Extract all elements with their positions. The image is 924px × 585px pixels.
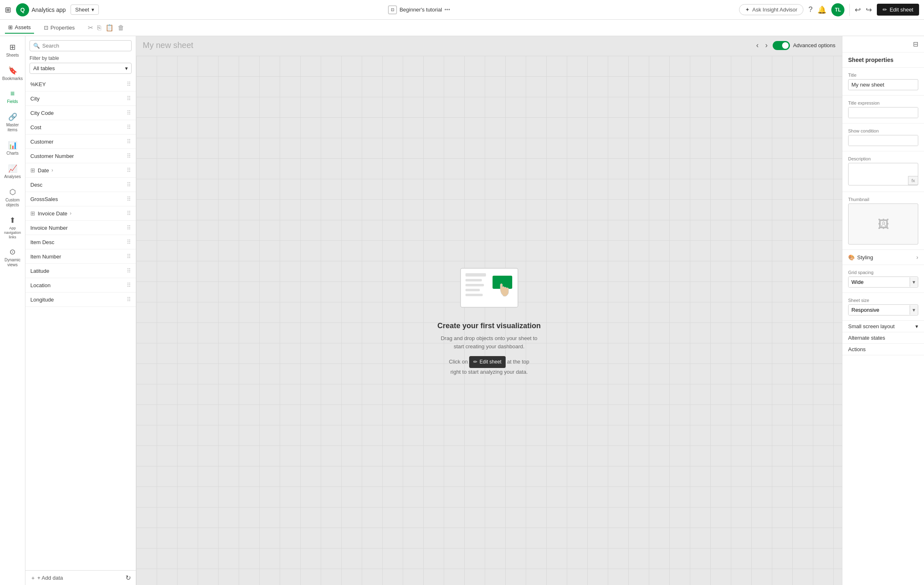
prop-show-cond-input[interactable] [849, 135, 918, 146]
prop-title-expr-input[interactable] [849, 107, 918, 118]
prop-small-screen-layout[interactable]: Small screen layout ▾ [842, 321, 924, 332]
assets-tab[interactable]: ⊞ Assets [5, 22, 34, 34]
list-item[interactable]: ⊞ Date › ⠿ [25, 163, 136, 178]
divider [849, 4, 850, 16]
filter-dropdown[interactable]: All tables ▾ [30, 63, 132, 74]
sidebar-item-app-nav[interactable]: ⬆ App navigation links [2, 213, 24, 242]
advanced-options-toggle[interactable] [773, 41, 790, 50]
drag-handle-icon[interactable]: ⠿ [127, 138, 131, 145]
list-item[interactable]: City Code ⠿ [25, 106, 136, 120]
second-toolbar: ⊞ Assets ⊡ Properties ✂ ⎘ 📋 🗑 [0, 20, 924, 36]
prop-alternate-states[interactable]: Alternate states [842, 332, 924, 344]
sidebar-item-charts[interactable]: 📊 Charts [2, 137, 24, 159]
bookmarks-icon: 🔖 [8, 66, 17, 75]
list-item[interactable]: City ⠿ [25, 91, 136, 106]
list-item[interactable]: ⊞ Invoice Date › ⠿ [25, 206, 136, 221]
sidebar-item-analyses[interactable]: 📈 Analyses [2, 161, 24, 183]
sidebar-item-custom-objects[interactable]: ⬡ Custom objects [2, 184, 24, 211]
inline-edit-icon: ✏ [473, 358, 477, 366]
prop-sheet-size-section: Sheet size Responsive Fixed ▾ [842, 293, 924, 321]
prop-title-input[interactable] [848, 79, 918, 90]
field-expand-icon[interactable]: › [51, 167, 53, 173]
cut-icon[interactable]: ✂ [88, 24, 93, 32]
delete-icon[interactable]: 🗑 [118, 24, 124, 32]
list-item[interactable]: Customer Number ⠿ [25, 149, 136, 163]
thumbnail-box[interactable]: 🖼 [848, 203, 918, 245]
drag-handle-icon[interactable]: ⠿ [127, 81, 131, 87]
sidebar-item-master-items[interactable]: 🔗 Master items [2, 109, 24, 136]
sheet-dropdown[interactable]: Sheet ▾ [71, 5, 99, 15]
prop-title-section: Title [842, 68, 924, 96]
grid-canvas[interactable]: Create your first visualization Drag and… [136, 56, 842, 585]
drag-handle-icon[interactable]: ⠿ [127, 124, 131, 130]
drag-handle-icon[interactable]: ⠿ [127, 167, 131, 174]
prop-actions[interactable]: Actions [842, 344, 924, 355]
drag-handle-icon[interactable]: ⠿ [127, 224, 131, 231]
drag-handle-icon[interactable]: ⠿ [127, 296, 131, 303]
drag-handle-icon[interactable]: ⠿ [127, 210, 131, 217]
dynamic-views-icon: ⊙ [9, 247, 16, 256]
drag-handle-icon[interactable]: ⠿ [127, 196, 131, 202]
fx-button-desc[interactable]: fx [908, 176, 918, 185]
sidebar-item-sheets[interactable]: ⊞ Sheets [2, 39, 24, 61]
search-input[interactable] [42, 43, 128, 49]
toolbar-icons: ✂ ⎘ 📋 🗑 [88, 24, 124, 32]
notifications-icon[interactable]: 🔔 [817, 5, 826, 14]
drag-handle-icon[interactable]: ⠿ [127, 95, 131, 102]
insight-advisor-btn[interactable]: ✦ Ask Insight Advisor [739, 4, 803, 15]
inline-edit-sheet-btn[interactable]: ✏ Edit sheet [469, 356, 505, 368]
search-icon: 🔍 [33, 43, 40, 49]
list-item[interactable]: Cost ⠿ [25, 120, 136, 135]
drag-handle-icon[interactable]: ⠿ [127, 253, 131, 260]
paste-icon[interactable]: 📋 [105, 24, 114, 32]
top-bar: ⊞ Q Analytics app Sheet ▾ ⊡ Beginner's t… [0, 0, 924, 20]
undo-icon[interactable]: ↩ [855, 5, 861, 14]
add-data-button[interactable]: ＋ + Add data [30, 574, 63, 582]
custom-objects-icon: ⬡ [9, 187, 16, 197]
drag-handle-icon[interactable]: ⠿ [127, 239, 131, 245]
sidebar-item-fields[interactable]: ≡ Fields [2, 86, 24, 107]
prev-arrow[interactable]: ‹ [755, 39, 760, 51]
redo-icon[interactable]: ↪ [866, 5, 872, 14]
list-item[interactable]: Location ⠿ [25, 278, 136, 292]
list-item[interactable]: %KEY ⠿ [25, 77, 136, 91]
next-arrow[interactable]: › [764, 39, 769, 51]
list-item[interactable]: GrossSales ⠿ [25, 192, 136, 206]
more-options-icon[interactable]: ••• [445, 7, 450, 13]
field-name: Invoice Number [30, 225, 68, 231]
list-item[interactable]: Desc ⠿ [25, 178, 136, 192]
drag-handle-icon[interactable]: ⠿ [127, 181, 131, 188]
grid-icon[interactable]: ⊞ [5, 5, 11, 14]
thumbnail-placeholder-icon: 🖼 [878, 217, 889, 231]
refresh-button[interactable]: ↻ [125, 574, 131, 582]
drag-handle-icon[interactable]: ⠿ [127, 282, 131, 288]
prop-styling-header[interactable]: 🎨 Styling › [842, 250, 924, 265]
field-expand-icon[interactable]: › [70, 210, 71, 216]
list-item[interactable]: Customer ⠿ [25, 135, 136, 149]
copy-icon[interactable]: ⎘ [97, 24, 101, 32]
field-name: Customer [30, 139, 53, 145]
sidebar-item-bookmarks[interactable]: 🔖 Bookmarks [2, 63, 24, 85]
sidebar-item-dynamic-views[interactable]: ⊙ Dynamic views [2, 244, 24, 271]
list-item[interactable]: Invoice Number ⠿ [25, 221, 136, 235]
table-icon: ⊞ [30, 210, 35, 217]
drag-handle-icon[interactable]: ⠿ [127, 110, 131, 116]
list-item[interactable]: Item Desc ⠿ [25, 235, 136, 249]
avatar[interactable]: TL [831, 3, 844, 16]
panel-header-strip: Sheet properties [842, 53, 924, 68]
help-icon[interactable]: ? [808, 5, 812, 14]
properties-tab[interactable]: ⊡ Properties [41, 22, 78, 33]
panel-collapse-icon[interactable]: ⊟ [913, 40, 918, 48]
drag-handle-icon[interactable]: ⠿ [127, 153, 131, 159]
edit-sheet-button[interactable]: ✏ Edit sheet [877, 4, 919, 16]
drag-handle-icon[interactable]: ⠿ [127, 267, 131, 274]
list-item[interactable]: Item Number ⠿ [25, 249, 136, 264]
prop-sheet-size-select[interactable]: Responsive Fixed [849, 305, 910, 315]
prop-grid-spacing-select[interactable]: Wide Medium Narrow [849, 277, 910, 287]
prop-description-input[interactable] [848, 163, 918, 185]
edit-pencil-icon: ✏ [883, 7, 887, 13]
list-item[interactable]: Longitude ⠿ [25, 292, 136, 307]
master-items-icon: 🔗 [8, 112, 17, 121]
right-panel-top: ⊟ [842, 36, 924, 53]
list-item[interactable]: Latitude ⠿ [25, 264, 136, 278]
